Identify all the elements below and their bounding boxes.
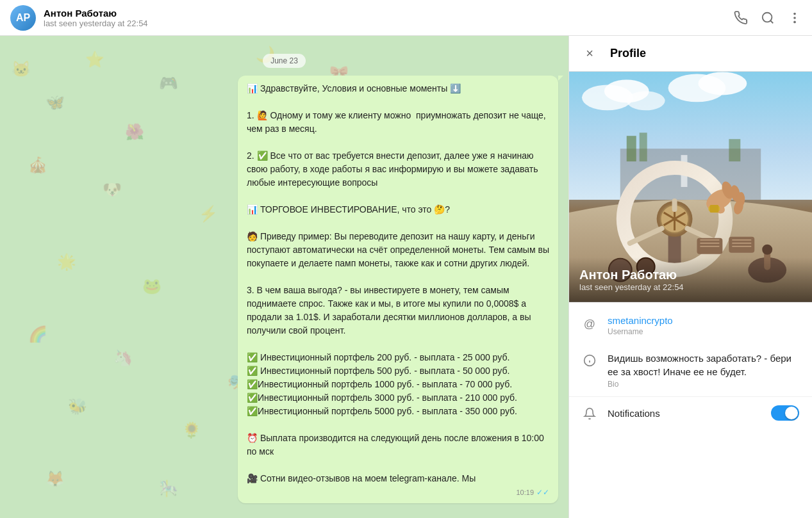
svg-point-8 xyxy=(627,91,665,110)
date-separator: June 23 xyxy=(10,54,558,68)
notifications-toggle[interactable] xyxy=(771,405,799,421)
svg-rect-14 xyxy=(627,136,636,161)
username-content: smetanincrypto Username xyxy=(608,315,799,336)
profile-title: Profile xyxy=(610,47,646,60)
svg-point-0 xyxy=(763,12,772,22)
close-profile-button[interactable]: × xyxy=(579,44,600,64)
chat-header: АР Антон Работаю last seen yesterday at … xyxy=(0,0,812,36)
bio-row: Видишь возможность заработать? - бери ее… xyxy=(569,344,812,396)
toggle-knob xyxy=(785,407,798,419)
username-value[interactable]: smetanincrypto xyxy=(608,315,799,326)
date-badge: June 23 xyxy=(263,54,306,68)
read-receipt-icon: ✓✓ xyxy=(536,488,549,497)
message-text: 📊 Здравствуйте, Условия и основные момен… xyxy=(247,82,549,485)
contact-status: last seen yesterday at 22:54 xyxy=(44,19,734,28)
notifications-label: Notifications xyxy=(608,408,761,419)
username-row: @ smetanincrypto Username xyxy=(569,307,812,344)
profile-panel: × Profile xyxy=(568,36,812,518)
contact-name: Антон Работаю xyxy=(44,8,734,19)
svg-rect-16 xyxy=(729,139,740,161)
svg-rect-38 xyxy=(729,237,754,253)
svg-point-47 xyxy=(762,245,772,255)
profile-header: × Profile xyxy=(569,36,812,72)
profile-display-name: Антон Работаю xyxy=(579,268,802,282)
header-actions xyxy=(734,11,802,25)
profile-photo: Антон Работаю last seen yesterday at 22:… xyxy=(569,72,812,302)
svg-point-10 xyxy=(698,72,747,95)
profile-photo-last-seen: last seen yesterday at 22:54 xyxy=(579,282,802,292)
more-menu-icon[interactable] xyxy=(788,11,802,25)
notifications-row: Notifications xyxy=(569,396,812,429)
bell-icon xyxy=(582,406,597,421)
svg-point-2 xyxy=(793,12,796,15)
svg-point-3 xyxy=(793,17,796,19)
svg-line-1 xyxy=(770,20,773,23)
profile-details: @ smetanincrypto Username Видишь возможн… xyxy=(569,302,812,434)
message-time: 10:19 xyxy=(516,489,534,496)
at-icon: @ xyxy=(582,316,597,332)
avatar: АР xyxy=(10,5,36,31)
svg-rect-34 xyxy=(709,205,718,213)
info-icon xyxy=(582,353,597,368)
message-meta: 10:19 ✓✓ xyxy=(247,488,549,497)
message-bubble: 📊 Здравствуйте, Условия и основные момен… xyxy=(238,76,558,503)
main-layout: 🐱 ⭐ 🎮 🌙 🎀 🦋 🌺 🍀 🎪 🐶 ⚡ 🎵 🌟 🐸 🎈 🌈 🦄 🎭 🐝 🌻 … xyxy=(0,36,812,518)
chat-area[interactable]: 🐱 ⭐ 🎮 🌙 🎀 🦋 🌺 🍀 🎪 🐶 ⚡ 🎵 🌟 🐸 🎈 🌈 🦄 🎭 🐝 🌻 … xyxy=(0,36,568,518)
bio-value: Видишь возможность заработать? - бери ее… xyxy=(608,352,799,378)
bio-label: Bio xyxy=(608,380,799,389)
bio-content: Видишь возможность заработать? - бери ее… xyxy=(608,352,799,389)
profile-photo-overlay: Антон Работаю last seen yesterday at 22:… xyxy=(569,257,812,302)
phone-icon[interactable] xyxy=(734,11,748,25)
svg-rect-15 xyxy=(640,133,647,161)
svg-point-4 xyxy=(793,20,796,23)
search-icon[interactable] xyxy=(761,11,775,25)
username-label: Username xyxy=(608,327,799,336)
header-info: Антон Работаю last seen yesterday at 22:… xyxy=(44,8,734,28)
